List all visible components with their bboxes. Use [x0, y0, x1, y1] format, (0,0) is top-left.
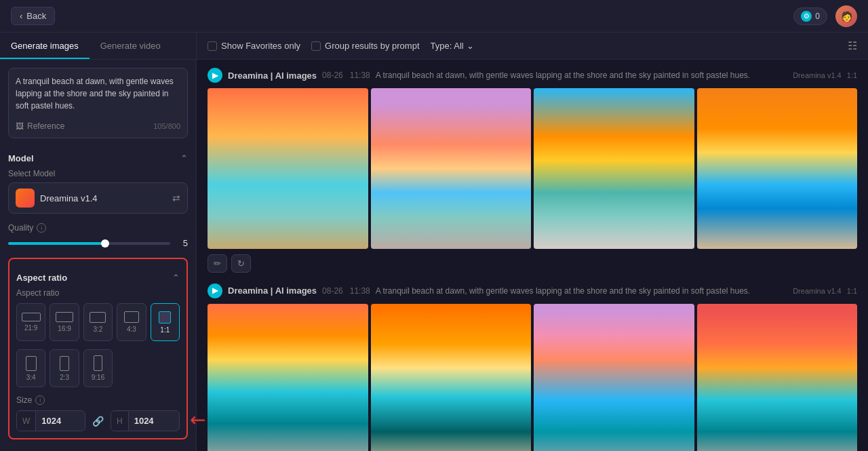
size-info-icon[interactable]: i [35, 395, 45, 405]
aspect-ratio-btn-9-16[interactable]: 9:16 [83, 349, 113, 387]
char-count: 105/800 [153, 122, 180, 130]
aspect-ratio-btn-2-3[interactable]: 2:3 [50, 349, 79, 387]
model-avatar-icon [16, 189, 35, 208]
result-model-2: Dreamina v1.4 [793, 287, 842, 295]
ar-icon-9-16 [94, 355, 102, 371]
result-image-2-1[interactable] [208, 304, 368, 452]
quality-slider-thumb [101, 239, 109, 248]
aspect-ratio-header[interactable]: Aspect ratio ⌃ [16, 266, 180, 288]
height-input-group: H [111, 410, 180, 431]
result-meta-1: Dreamina | AI images 08-26 11:38 [228, 71, 370, 81]
aspect-ratio-btn-1-1[interactable]: 1:1 [151, 303, 180, 341]
result-image-2-4[interactable] [697, 304, 858, 452]
main-layout: Generate images Generate video A tranqui… [0, 33, 868, 451]
ar-icon-21-9 [22, 313, 41, 321]
result-image-2-3[interactable] [534, 304, 694, 452]
credits-badge[interactable]: ⊙ 0 [793, 7, 827, 25]
result-source-1: Dreamina | AI images [228, 71, 317, 81]
sidebar-tabs: Generate images Generate video [0, 33, 196, 60]
quality-slider[interactable] [8, 242, 170, 245]
type-dropdown[interactable]: Type: All ⌄ [431, 41, 474, 51]
content-area: Show Favorites only Group results by pro… [197, 33, 868, 451]
type-label: Type: All [431, 41, 464, 51]
quality-row: 5 [8, 238, 188, 248]
aspect-ratio-btn-21-9[interactable]: 21:9 [16, 303, 45, 341]
height-label: H [111, 412, 129, 431]
group-results-filter[interactable]: Group results by prompt [311, 41, 419, 51]
result-prompt-2: A tranquil beach at dawn, with gentle wa… [376, 286, 787, 296]
result-model-1: Dreamina v1.4 [793, 71, 842, 79]
result-source-icon-1: ▶ [208, 68, 222, 83]
result-header-2: ▶ Dreamina | AI images 08-26 11:38 A tra… [208, 283, 857, 298]
group-results-checkbox[interactable] [311, 41, 321, 51]
image-grid-2 [208, 304, 857, 452]
topbar-right: ⊙ 0 🧑 [793, 5, 857, 27]
favorites-label: Show Favorites only [221, 41, 300, 51]
credits-icon: ⊙ [801, 11, 812, 22]
height-input[interactable] [129, 411, 170, 431]
width-input[interactable] [36, 411, 77, 431]
result-image-1-3[interactable] [534, 88, 694, 249]
sidebar: Generate images Generate video A tranqui… [0, 33, 197, 451]
width-label: W [17, 412, 36, 431]
model-select-label: Select Model [8, 169, 188, 178]
tab-generate-video[interactable]: Generate video [90, 33, 172, 59]
back-label: Back [26, 11, 46, 21]
aspect-ratio-label: Aspect ratio [16, 288, 180, 298]
prompt-area: A tranquil beach at dawn, with gentle wa… [8, 68, 188, 138]
result-image-1-2[interactable] [371, 88, 532, 249]
ar-icon-3-4 [26, 356, 37, 371]
aspect-ratio-btn-3-2[interactable]: 3:2 [83, 303, 113, 341]
quality-info-icon[interactable]: i [37, 223, 46, 233]
sliders-icon: ⇄ [172, 193, 180, 203]
image-icon: 🖼 [16, 121, 24, 131]
result-actions-1: ✏ ↻ [208, 254, 857, 273]
favorites-checkbox[interactable] [208, 41, 217, 51]
size-label: Size i [16, 395, 180, 405]
filter-bar: Show Favorites only Group results by pro… [197, 33, 868, 60]
result-image-1-4[interactable] [697, 88, 858, 249]
model-chevron-icon: ⌃ [180, 153, 188, 163]
aspect-ratio-grid-row1: 21:9 16:9 3:2 4:3 [16, 303, 180, 341]
result-image-2-2[interactable] [371, 304, 532, 452]
aspect-ratio-btn-3-4[interactable]: 3:4 [16, 349, 45, 387]
aspect-ratio-btn-16-9[interactable]: 16:9 [50, 303, 79, 341]
quality-section: Quality i 5 [8, 223, 188, 248]
model-section-title: Model [8, 153, 34, 163]
regenerate-button-1[interactable]: ↻ [231, 254, 251, 273]
view-toggle-button[interactable]: ☷ [848, 39, 857, 52]
model-selector[interactable]: Dreamina v1.4 ⇄ [8, 182, 188, 214]
type-chevron-icon: ⌄ [467, 41, 474, 51]
quality-slider-fill [8, 242, 105, 245]
back-arrow-icon: ‹ [20, 11, 22, 21]
model-info: Dreamina v1.4 [16, 189, 98, 208]
aspect-ratio-btn-4-3[interactable]: 4:3 [117, 303, 146, 341]
result-source-icon-2: ▶ [208, 283, 222, 298]
sidebar-content: A tranquil beach at dawn, with gentle wa… [0, 60, 196, 451]
ar-icon-3-2 [90, 312, 106, 323]
quality-label: Quality i [8, 223, 188, 233]
size-inputs: W 🔗 H [16, 410, 180, 431]
group-results-label: Group results by prompt [325, 41, 419, 51]
topbar: ‹ Back ⊙ 0 🧑 [0, 0, 868, 33]
width-input-group: W [16, 410, 85, 431]
model-section-header[interactable]: Model ⌃ [8, 146, 188, 169]
reference-button[interactable]: 🖼 Reference [16, 121, 64, 131]
results-area[interactable]: ▶ Dreamina | AI images 08-26 11:38 A tra… [197, 60, 868, 451]
ar-icon-4-3 [124, 311, 139, 323]
tab-generate-images[interactable]: Generate images [0, 33, 90, 59]
model-name: Dreamina v1.4 [40, 193, 98, 203]
link-icon: 🔗 [90, 416, 106, 427]
quality-value: 5 [177, 238, 188, 248]
result-date-2: 08-26 11:38 [322, 286, 370, 296]
edit-button-1[interactable]: ✏ [208, 254, 227, 273]
ar-icon-1-1 [159, 311, 171, 323]
show-favorites-filter[interactable]: Show Favorites only [208, 41, 300, 51]
result-image-1-1[interactable] [208, 88, 368, 249]
aspect-ratio-grid-row2: 3:4 2:3 9:16 [16, 349, 180, 387]
avatar[interactable]: 🧑 [835, 5, 857, 27]
result-prompt-1: A tranquil beach at dawn, with gentle wa… [376, 71, 787, 80]
back-button[interactable]: ‹ Back [11, 7, 55, 25]
prompt-text[interactable]: A tranquil beach at dawn, with gentle wa… [16, 75, 180, 116]
ar-icon-16-9 [56, 312, 73, 322]
